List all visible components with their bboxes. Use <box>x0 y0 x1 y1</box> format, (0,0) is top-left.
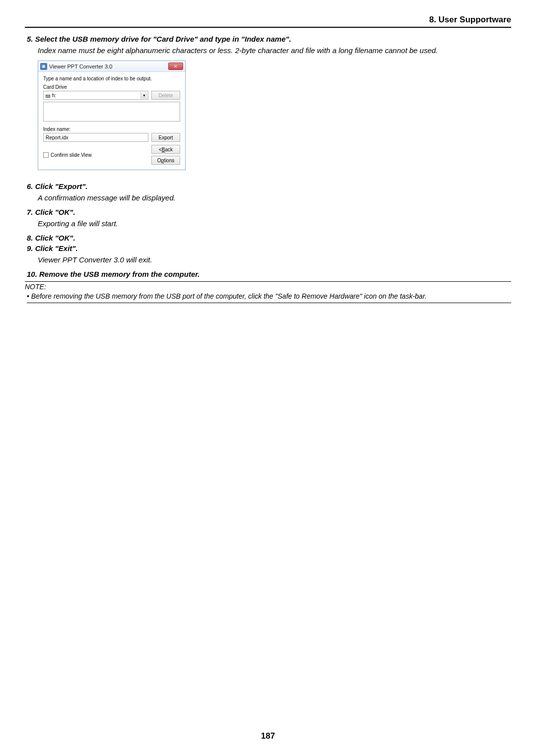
confirm-checkbox-wrapper[interactable]: Confirm slide View <box>43 152 92 158</box>
back-button[interactable]: < Back <box>151 145 180 154</box>
header-title: 8. User Supportware <box>25 15 511 25</box>
card-drive-value: 🖴 h: <box>46 93 56 98</box>
delete-button[interactable]: Delete <box>151 91 180 100</box>
step-10-title: 10. Remove the USB memory from the compu… <box>27 270 511 278</box>
export-button[interactable]: Export <box>151 133 180 142</box>
dialog-title: Viewer PPT Converter 3.0 <box>49 63 112 69</box>
card-drive-row: 🖴 h: ▼ Delete <box>43 91 180 100</box>
step-6-desc: A confirmation message will be displayed… <box>38 192 511 203</box>
index-name-label: Index name: <box>43 126 180 132</box>
card-drive-dropdown[interactable]: 🖴 h: ▼ <box>43 91 148 100</box>
right-buttons: < Back Options <box>151 145 180 165</box>
app-icon: ▣ <box>40 63 47 70</box>
options-button[interactable]: Options <box>151 156 180 165</box>
dialog-instruction: Type a name and a location of index to b… <box>43 76 180 81</box>
checkbox-icon <box>43 152 49 158</box>
step-7-title: 7. Click "OK". <box>27 208 511 216</box>
note-section: NOTE: • Before removing the USB memory f… <box>25 281 511 303</box>
dialog-titlebar: ▣ Viewer PPT Converter 3.0 ✕ <box>38 61 185 72</box>
dialog-screenshot: ▣ Viewer PPT Converter 3.0 ✕ Type a name… <box>38 61 511 170</box>
index-name-input[interactable]: Report.idx <box>43 133 148 142</box>
step-5-title: 5. Select the USB memory drive for "Card… <box>27 35 511 43</box>
step-9-title: 9. Click "Exit". <box>27 244 511 252</box>
close-icon: ✕ <box>174 64 178 69</box>
index-name-row: Report.idx Export <box>43 133 180 142</box>
ppt-converter-dialog: ▣ Viewer PPT Converter 3.0 ✕ Type a name… <box>38 61 186 170</box>
confirm-checkbox-label: Confirm slide View <box>51 152 92 158</box>
index-name-value: Report.idx <box>46 135 68 140</box>
step-9-desc: Viewer PPT Converter 3.0 will exit. <box>38 254 511 265</box>
note-label: NOTE: <box>25 283 511 291</box>
note-text: • Before removing the USB memory from th… <box>27 292 511 303</box>
page-number: 187 <box>0 731 536 741</box>
step-5-desc: Index name must be eight alphanumeric ch… <box>38 45 511 56</box>
drive-listbox[interactable] <box>43 102 180 122</box>
card-drive-label: Card Drive <box>43 84 180 90</box>
chevron-down-icon: ▼ <box>140 92 147 99</box>
step-8-title: 8. Click "OK". <box>27 234 511 242</box>
bottom-row: Confirm slide View < Back Options <box>43 145 180 165</box>
dialog-body: Type a name and a location of index to b… <box>38 72 185 170</box>
step-7-desc: Exporting a file will start. <box>38 218 511 229</box>
step-6-title: 6. Click "Export". <box>27 182 511 190</box>
header-section: 8. User Supportware <box>25 15 511 28</box>
close-button[interactable]: ✕ <box>168 63 183 70</box>
